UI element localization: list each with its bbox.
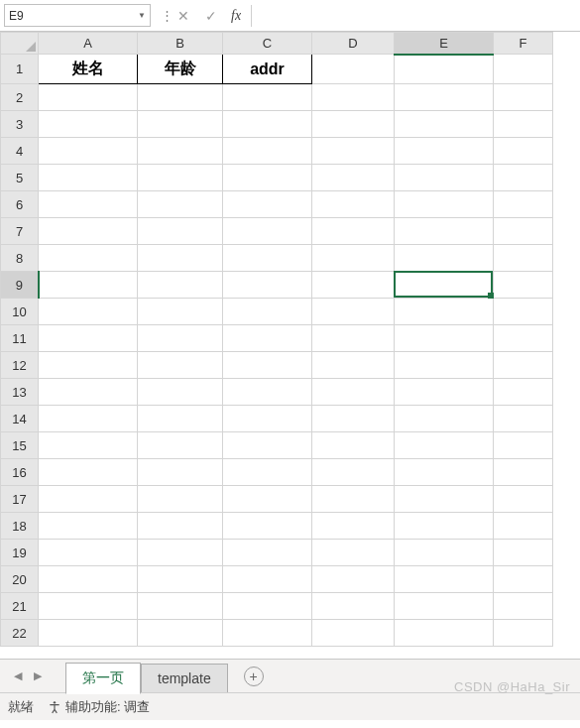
- cell-B2[interactable]: [138, 84, 223, 111]
- cell-F2[interactable]: [494, 84, 553, 111]
- cell-E4[interactable]: [395, 138, 494, 165]
- cell-E21[interactable]: [395, 593, 494, 620]
- cell-F8[interactable]: [494, 245, 553, 272]
- cell-D18[interactable]: [312, 513, 395, 540]
- tab-nav-prev-icon[interactable]: ◀: [8, 669, 28, 682]
- cell-E3[interactable]: [395, 111, 494, 138]
- cell-E18[interactable]: [395, 513, 494, 540]
- formula-input[interactable]: [251, 5, 576, 27]
- cell-A14[interactable]: [39, 406, 138, 432]
- cell-B21[interactable]: [138, 593, 223, 620]
- cell-E2[interactable]: [395, 84, 494, 111]
- cell-A13[interactable]: [39, 379, 138, 406]
- cell-B8[interactable]: [138, 245, 223, 272]
- cell-C16[interactable]: [223, 459, 312, 486]
- cell-F21[interactable]: [494, 593, 553, 620]
- cell-A22[interactable]: [39, 620, 138, 647]
- cell-E8[interactable]: [395, 245, 494, 272]
- row-header-14[interactable]: 14: [1, 406, 39, 432]
- cell-A20[interactable]: [39, 566, 138, 593]
- cell-B9[interactable]: [138, 272, 223, 299]
- row-header-5[interactable]: 5: [1, 165, 39, 191]
- cell-D2[interactable]: [312, 84, 395, 111]
- row-header-9[interactable]: 9: [1, 272, 39, 299]
- row-header-22[interactable]: 22: [1, 620, 39, 647]
- cell-B17[interactable]: [138, 486, 223, 513]
- cell-F16[interactable]: [494, 459, 553, 486]
- cell-A21[interactable]: [39, 593, 138, 620]
- cell-B4[interactable]: [138, 138, 223, 165]
- cell-E7[interactable]: [395, 218, 494, 245]
- row-header-10[interactable]: 10: [1, 299, 39, 325]
- name-box-dropdown-icon[interactable]: ▼: [138, 11, 146, 20]
- cell-A15[interactable]: [39, 432, 138, 459]
- cell-F7[interactable]: [494, 218, 553, 245]
- cell-D9[interactable]: [312, 272, 395, 299]
- cell-F3[interactable]: [494, 111, 553, 138]
- cell-B14[interactable]: [138, 406, 223, 432]
- cell-C21[interactable]: [223, 593, 312, 620]
- row-header-2[interactable]: 2: [1, 84, 39, 111]
- row-header-12[interactable]: 12: [1, 352, 39, 379]
- row-header-17[interactable]: 17: [1, 486, 39, 513]
- row-header-19[interactable]: 19: [1, 540, 39, 566]
- row-header-11[interactable]: 11: [1, 325, 39, 352]
- column-header-F[interactable]: F: [494, 33, 553, 55]
- cancel-icon[interactable]: ✕: [170, 8, 197, 24]
- cell-A17[interactable]: [39, 486, 138, 513]
- cell-C5[interactable]: [223, 165, 312, 191]
- column-header-A[interactable]: A: [39, 33, 138, 55]
- cell-E10[interactable]: [395, 299, 494, 325]
- cell-C4[interactable]: [223, 138, 312, 165]
- cell-D17[interactable]: [312, 486, 395, 513]
- tab-nav-next-icon[interactable]: ▶: [28, 669, 48, 682]
- column-header-D[interactable]: D: [312, 33, 395, 55]
- cell-D22[interactable]: [312, 620, 395, 647]
- cell-B16[interactable]: [138, 459, 223, 486]
- cell-D12[interactable]: [312, 352, 395, 379]
- cell-C11[interactable]: [223, 325, 312, 352]
- row-header-7[interactable]: 7: [1, 218, 39, 245]
- cell-C10[interactable]: [223, 299, 312, 325]
- cell-D1[interactable]: [312, 55, 395, 84]
- cell-A1[interactable]: 姓名: [39, 55, 138, 84]
- cell-A8[interactable]: [39, 245, 138, 272]
- cell-B20[interactable]: [138, 566, 223, 593]
- cell-F18[interactable]: [494, 513, 553, 540]
- cell-A16[interactable]: [39, 459, 138, 486]
- cell-C2[interactable]: [223, 84, 312, 111]
- cell-E12[interactable]: [395, 352, 494, 379]
- cell-D11[interactable]: [312, 325, 395, 352]
- row-header-4[interactable]: 4: [1, 138, 39, 165]
- cell-D6[interactable]: [312, 191, 395, 218]
- cell-C9[interactable]: [223, 272, 312, 299]
- row-header-13[interactable]: 13: [1, 379, 39, 406]
- cell-E13[interactable]: [395, 379, 494, 406]
- cell-D7[interactable]: [312, 218, 395, 245]
- cell-F12[interactable]: [494, 352, 553, 379]
- cell-F14[interactable]: [494, 406, 553, 432]
- cell-D21[interactable]: [312, 593, 395, 620]
- cell-C14[interactable]: [223, 406, 312, 432]
- cell-B1[interactable]: 年龄: [138, 55, 223, 84]
- cell-F9[interactable]: [494, 272, 553, 299]
- cell-F1[interactable]: [494, 55, 553, 84]
- cell-C7[interactable]: [223, 218, 312, 245]
- row-header-16[interactable]: 16: [1, 459, 39, 486]
- cell-A3[interactable]: [39, 111, 138, 138]
- cell-D20[interactable]: [312, 566, 395, 593]
- cell-D10[interactable]: [312, 299, 395, 325]
- cell-E17[interactable]: [395, 486, 494, 513]
- cell-E1[interactable]: [395, 55, 494, 84]
- cell-C22[interactable]: [223, 620, 312, 647]
- row-header-6[interactable]: 6: [1, 191, 39, 218]
- cell-B5[interactable]: [138, 165, 223, 191]
- cell-E22[interactable]: [395, 620, 494, 647]
- column-header-E[interactable]: E: [395, 33, 494, 55]
- cell-C12[interactable]: [223, 352, 312, 379]
- cell-A4[interactable]: [39, 138, 138, 165]
- cell-F22[interactable]: [494, 620, 553, 647]
- add-sheet-button[interactable]: +: [244, 667, 264, 686]
- cell-E14[interactable]: [395, 406, 494, 432]
- cell-A7[interactable]: [39, 218, 138, 245]
